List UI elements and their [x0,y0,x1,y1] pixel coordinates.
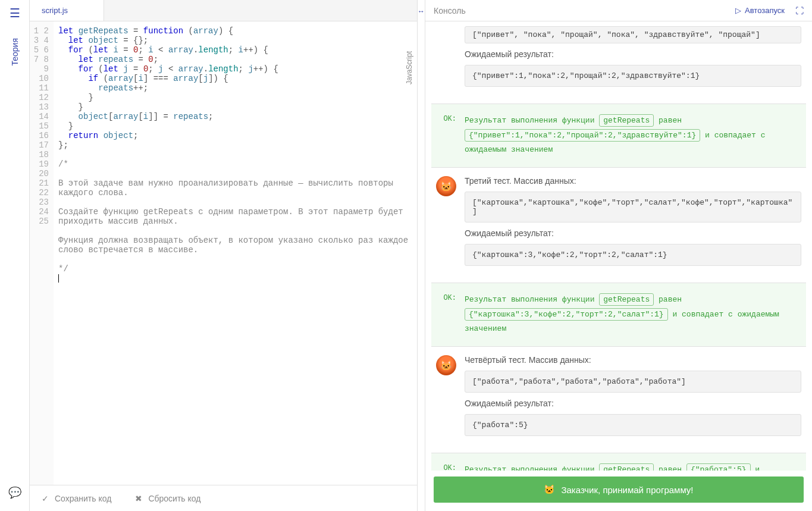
theory-tab[interactable]: Теория [10,38,20,66]
console-output[interactable]: ["привет", "пока", "прощай", "пока", "зд… [425,21,812,471]
test-input-box: ["привет", "пока", "прощай", "пока", "зд… [465,26,801,43]
submit-button[interactable]: 🐱 Заказчик, принимай программу! [434,476,804,503]
ok-badge: OK: [436,114,456,158]
code-editor[interactable]: 1 2 3 4 5 6 7 8 9 10 11 12 13 14 15 16 1… [30,21,417,485]
console-panel: Консоль ▷ Автозапуск ⛶ ["привет", "пока"… [425,0,812,511]
test-result-ok: OK: Результат выполнения функции getRepe… [431,283,806,347]
autorun-label: Автозапуск [745,6,785,15]
file-tab[interactable]: script.js [30,0,104,21]
editor-panel: script.js 1 2 3 4 5 6 7 8 9 10 11 12 13 … [30,0,417,511]
cat-icon: 🐱 [544,484,555,495]
menu-icon[interactable]: ☰ [10,6,20,20]
submit-bar: 🐱 Заказчик, принимай программу! [425,471,812,511]
expected-box: {"картошка":3,"кофе":2,"торт":2,"салат":… [465,244,801,266]
reset-button[interactable]: ✖ Сбросить код [135,494,200,503]
expected-label: Ожидаемый результат: [465,228,801,238]
submit-label: Заказчик, принимай программу! [561,485,693,495]
tab-bar: script.js [30,0,417,21]
test-title: Третий тест. Массив данных: [465,176,801,186]
ok-text: Результат выполнения функции [465,116,599,125]
ok-badge: OK: [436,463,456,471]
save-label: Сохранить код [55,494,111,503]
autorun-toggle[interactable]: ▷ Автозапуск [735,6,785,15]
test-block: Четвёртый тест. Массив данных: ["работа"… [431,349,806,450]
ok-value: {"привет":1,"пока":2,"прощай":2,"здравст… [465,129,700,142]
test-result-ok: OK: Результат выполнения функции getRepe… [431,104,806,168]
save-button[interactable]: ✓ Сохранить код [42,494,111,503]
line-gutter: 1 2 3 4 5 6 7 8 9 10 11 12 13 14 15 16 1… [30,21,54,485]
editor-footer: ✓ Сохранить код ✖ Сбросить код [30,485,417,511]
expand-icon[interactable]: ⛶ [795,6,804,15]
console-header: Консоль ▷ Автозапуск ⛶ [425,0,812,21]
avatar-icon [436,176,456,196]
expected-label: Ожидаемый результат: [465,49,801,59]
expected-box: {"работа":5} [465,414,801,436]
ok-badge: OK: [436,293,456,337]
left-rail: ☰ Теория 💬 [0,0,30,511]
console-title: Консоль [434,6,466,15]
test-input-box: ["работа","работа","работа","работа","ра… [465,371,801,393]
ok-fn-name: getRepeats [599,114,654,127]
test-result-ok: OK: Результат выполнения функции getRepe… [431,453,806,471]
test-title: Четвёртый тест. Массив данных: [465,355,801,365]
close-icon: ✖ [135,494,142,503]
expected-box: {"привет":1,"пока":2,"прощай":2,"здравст… [465,65,801,87]
check-icon: ✓ [42,494,49,503]
pane-splitter[interactable]: ↔ [417,0,425,511]
language-label: JavaScript [405,51,413,84]
avatar-icon [436,355,456,375]
code-area[interactable]: let getRepeats = function (array) { let … [54,21,417,485]
test-input-box: ["картошка","картошка","кофе","торт","са… [465,192,801,222]
play-icon: ▷ [735,6,741,15]
chat-icon[interactable]: 💬 [8,486,21,499]
reset-label: Сбросить код [148,494,200,503]
expected-label: Ожидаемый результат: [465,399,801,408]
test-block: Третий тест. Массив данных: ["картошка",… [431,170,806,280]
